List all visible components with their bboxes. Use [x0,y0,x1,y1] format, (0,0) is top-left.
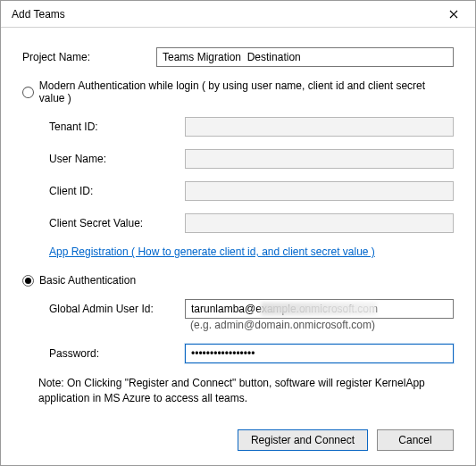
close-button[interactable] [439,4,468,25]
dialog-footer: Register and Connect Cancel [1,419,475,465]
basic-auth-group: Global Admin User Id: (e.g. admin@domain… [22,299,454,363]
project-name-input[interactable] [156,47,454,67]
modern-auth-radio[interactable] [22,87,34,98]
register-note: Note: On Clicking "Register and Connect"… [38,376,454,407]
username-input [185,149,454,169]
clientsecret-input [185,213,454,233]
userid-label: Global Admin User Id: [33,303,185,315]
close-icon [449,10,458,19]
app-registration-link[interactable]: App Registration ( How to generate clien… [49,245,375,258]
clientid-input [185,181,454,201]
register-connect-button[interactable]: Register and Connect [238,429,368,451]
basic-auth-radio[interactable] [22,275,34,287]
dialog-content: Project Name: Modern Authentication whil… [1,28,475,419]
titlebar: Add Teams [1,1,475,28]
tenant-id-input [185,117,454,137]
project-name-label: Project Name: [22,51,156,63]
add-teams-dialog: Add Teams Project Name: Modern Authentic… [0,0,476,466]
dialog-title: Add Teams [12,8,439,21]
basic-auth-radio-label[interactable]: Basic Authentication [39,274,136,287]
password-input[interactable] [185,344,454,363]
cancel-button[interactable]: Cancel [377,429,454,451]
clientid-label: Client ID: [33,185,185,197]
userid-input[interactable] [185,299,454,319]
modern-auth-group: Tenant ID: User Name: Client ID: Client … [22,117,454,258]
tenant-id-label: Tenant ID: [33,121,185,133]
userid-hint: (e.g. admin@domain.onmicrosoft.com) [185,319,454,331]
clientsecret-label: Client Secret Value: [33,217,185,229]
modern-auth-radio-label[interactable]: Modern Authentication while login ( by u… [39,79,454,104]
username-label: User Name: [33,153,185,165]
password-label: Password: [33,347,185,360]
